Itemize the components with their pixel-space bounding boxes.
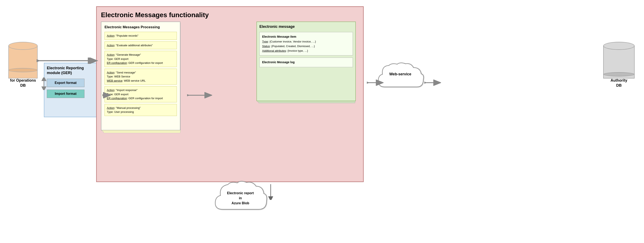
em-message-title: Electronic message [260,25,353,29]
dynamics-db-cylinder [8,42,38,72]
svg-text:Electronic report: Electronic report [227,191,254,195]
arrow-emprocessing-emmessage [187,92,212,98]
em-log-card: Electronic Message log [260,58,353,67]
arrow-emmessage-azureblob [268,183,274,200]
authority-db-cylinder [603,42,634,76]
arrow-er-emprocessing [102,92,111,98]
em-item-card: Electronic Message item Type: {Customer … [260,32,353,56]
er-module: Electronic Reportingmodule (GER) Export … [44,63,102,117]
diagram-container: Dynamics 365for OperationsDB Electronic … [0,0,644,243]
action-card-generate: Action: "Generate Message" Type: GER exp… [104,51,177,67]
svg-text:Azure Blob: Azure Blob [232,201,249,205]
arrow-emmessage-webservice [367,80,384,86]
em-message-area: Electronic message Electronic Message it… [256,22,359,101]
dynamics-db: Dynamics 365for OperationsDB [6,42,40,88]
svg-text:Web-service: Web-service [389,72,411,76]
action-card-evaluate: Action: "Evaluate additional attributes" [104,42,177,49]
em-processing-stack: Electronic Messages Processing Action: "… [101,22,182,130]
authority-db: AuthorityDB [600,42,638,88]
azure-blob-cloud-svg: Electronic report in Azure Blob [213,180,268,215]
action-card-manual: Action: "Manual processing" Type: User p… [104,104,177,116]
em-functionality-box: Electronic Messages functionality Electr… [96,6,364,182]
import-format-button[interactable]: Import format [47,90,84,98]
arrow-dynamics-em-horizontal [36,58,98,64]
em-processing-title: Electronic Messages Processing [104,25,177,29]
webservice-cloud-svg: Web-service [376,62,424,93]
svg-text:in: in [239,196,242,200]
authority-db-label: AuthorityDB [610,78,627,88]
em-functionality-title: Electronic Messages functionality [101,11,359,19]
action-card-send: Action: "Send message" Type: WEB Service… [104,69,177,85]
em-message-main: Electronic message Electronic Message it… [256,22,356,101]
action-card-populate: Action: "Populate records" [104,32,177,40]
action-card-import: Action: "Import response" Type: GER expo… [104,86,177,102]
arrow-webservice-authoritydb [424,80,441,86]
export-format-button[interactable]: Export format [47,79,84,87]
em-processing-main: Electronic Messages Processing Action: "… [101,22,180,130]
er-module-title: Electronic Reportingmodule (GER) [47,66,100,76]
arrow-dynamics-er [41,77,47,90]
